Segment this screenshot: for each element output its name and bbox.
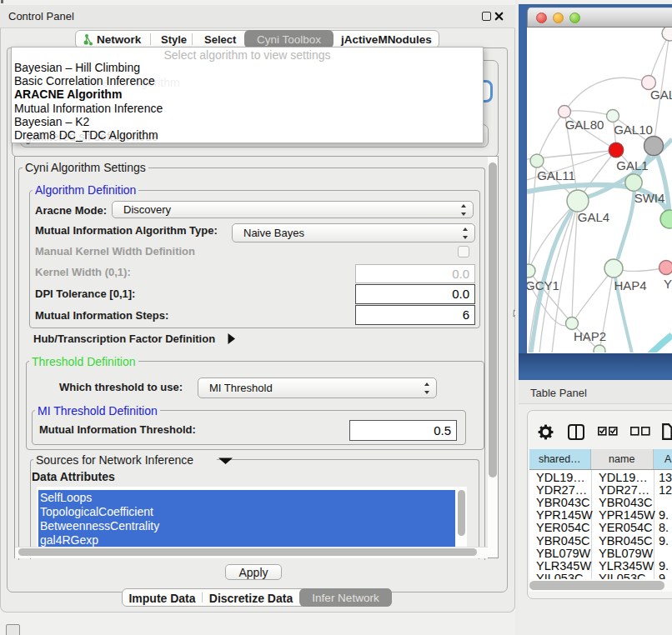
svg-text:HAP2: HAP2 xyxy=(574,329,606,343)
svg-text:GAL: GAL xyxy=(650,88,672,102)
svg-text:GAL1: GAL1 xyxy=(616,158,648,172)
svg-text:GAL10: GAL10 xyxy=(614,122,653,137)
svg-text:GAL11: GAL11 xyxy=(537,168,575,182)
svg-text:SWI4: SWI4 xyxy=(634,191,665,205)
svg-text:GAL80: GAL80 xyxy=(565,118,604,132)
svg-text:HAP4: HAP4 xyxy=(614,278,646,292)
svg-text:GAL4: GAL4 xyxy=(578,210,609,224)
svg-text:GCY1: GCY1 xyxy=(527,278,559,292)
svg-text:Y: Y xyxy=(664,277,672,291)
